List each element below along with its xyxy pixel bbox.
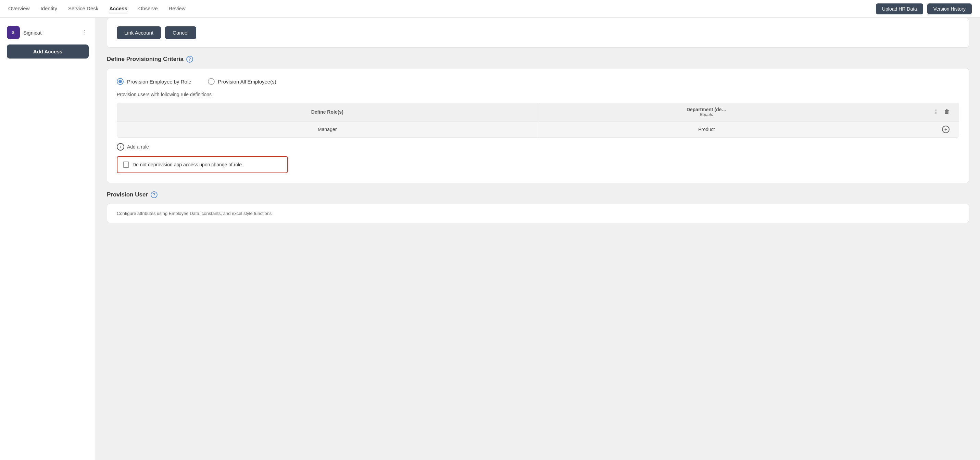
radio-label-role: Provision Employee by Role	[127, 79, 191, 84]
provision-user-title: Provision User ?	[107, 191, 969, 198]
version-history-button[interactable]: Version History	[927, 3, 972, 14]
cancel-button[interactable]: Cancel	[165, 26, 196, 39]
radio-provision-by-role[interactable]: Provision Employee by Role	[117, 78, 191, 85]
provision-user-section: Provision User ? Configure attributes us…	[107, 191, 969, 223]
nav-links: Overview Identity Service Desk Access Ob…	[8, 4, 186, 13]
nav-access[interactable]: Access	[109, 4, 127, 13]
provision-user-title-text: Provision User	[107, 191, 148, 198]
provision-user-card: Configure attributes using Employee Data…	[107, 204, 969, 223]
add-rule-circle-icon: +	[117, 143, 124, 151]
td-add-action: +	[875, 122, 959, 138]
delete-row-icon[interactable]: 🗑	[944, 109, 950, 115]
brand-logo-text: S	[12, 30, 14, 35]
radio-row: Provision Employee by Role Provision All…	[117, 78, 959, 85]
th-department: Department (de… Equals	[538, 103, 875, 122]
provision-user-hint: Configure attributes using Employee Data…	[117, 211, 959, 216]
brand-name: Signicat	[23, 30, 41, 36]
nav-review[interactable]: Review	[169, 4, 186, 13]
add-row-icon[interactable]: +	[942, 125, 950, 133]
provision-subtext: Provision users with following rule defi…	[117, 92, 959, 97]
section-title-text: Define Provisioning Criteria	[107, 56, 183, 63]
criteria-card: Provision Employee by Role Provision All…	[107, 68, 969, 183]
nav-overview[interactable]: Overview	[8, 4, 30, 13]
btn-row: Link Account Cancel	[117, 26, 959, 39]
radio-outer-role	[117, 78, 124, 85]
add-rule-row[interactable]: + Add a rule	[117, 143, 959, 151]
radio-provision-all[interactable]: Provision All Employee(s)	[208, 78, 276, 85]
th-dept-subtext: Equals	[700, 112, 713, 117]
main-content: Link Account Cancel Define Provisioning …	[96, 18, 980, 460]
sidebar-brand: S Signicat	[7, 26, 41, 39]
provision-user-help-icon[interactable]: ?	[151, 191, 158, 198]
table-header-row: Define Role(s) Department (de… Equals	[117, 103, 959, 122]
add-rule-label: Add a rule	[127, 144, 149, 149]
nav-observe[interactable]: Observe	[138, 4, 158, 13]
radio-label-all: Provision All Employee(s)	[218, 79, 276, 84]
td-department: Product	[538, 122, 875, 138]
radio-inner-role	[118, 80, 122, 83]
table-row: Manager Product +	[117, 122, 959, 138]
nav-identity[interactable]: Identity	[41, 4, 57, 13]
sidebar-more-icon[interactable]: ⋮	[80, 27, 89, 38]
top-nav: Overview Identity Service Desk Access Ob…	[0, 0, 980, 18]
rules-table: Define Role(s) Department (de… Equals	[117, 103, 959, 138]
rules-table-wrapper: Define Role(s) Department (de… Equals	[117, 103, 959, 138]
upload-hr-data-button[interactable]: Upload HR Data	[876, 3, 923, 14]
th-dept-title: Department (de…	[687, 107, 727, 112]
more-vert-icon[interactable]: ⋮	[933, 109, 939, 115]
sidebar: S Signicat ⋮ Add Access	[0, 18, 96, 460]
provisioning-help-icon[interactable]: ?	[186, 56, 193, 63]
section-title-provisioning: Define Provisioning Criteria ?	[107, 56, 969, 63]
link-account-button[interactable]: Link Account	[117, 26, 161, 39]
content-wrapper: Link Account Cancel Define Provisioning …	[96, 18, 980, 234]
th-actions: ⋮ 🗑	[875, 103, 959, 122]
deprovision-checkbox-label: Do not deprovision app access upon chang…	[132, 162, 242, 167]
brand-logo: S	[7, 26, 20, 39]
deprovision-checkbox-row[interactable]: Do not deprovision app access upon chang…	[117, 156, 288, 173]
radio-outer-all	[208, 78, 215, 85]
deprovision-checkbox[interactable]	[123, 162, 129, 168]
define-provisioning-section: Define Provisioning Criteria ? Provision…	[107, 56, 969, 183]
nav-service-desk[interactable]: Service Desk	[68, 4, 98, 13]
th-define-roles: Define Role(s)	[117, 103, 538, 122]
td-role: Manager	[117, 122, 538, 138]
add-access-button[interactable]: Add Access	[7, 44, 89, 59]
sidebar-header: S Signicat ⋮	[0, 23, 95, 44]
link-account-section: Link Account Cancel	[107, 18, 969, 48]
nav-actions: Upload HR Data Version History	[876, 3, 972, 14]
